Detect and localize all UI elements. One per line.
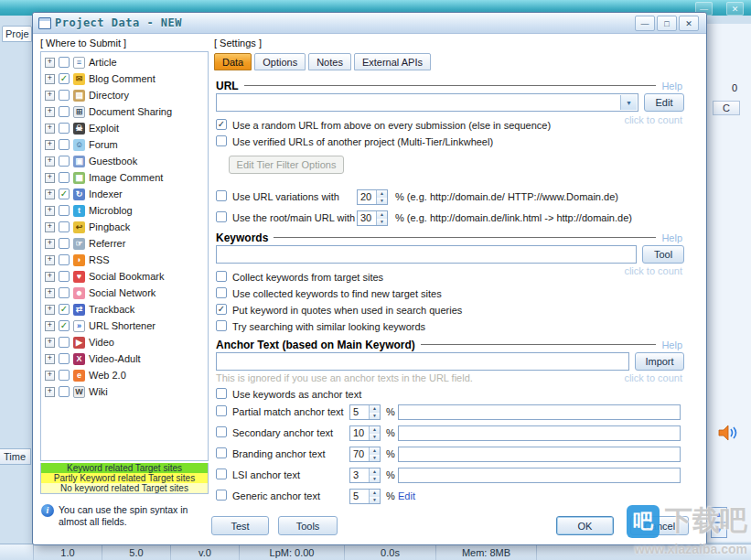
submit-item-checkbox[interactable]: ✓ <box>59 304 70 315</box>
project-tab[interactable]: Proje <box>2 26 32 42</box>
spin-down-icon[interactable]: ▼ <box>370 497 380 504</box>
submit-item-image-comment[interactable]: +▦Image Comment <box>41 169 208 186</box>
url-help-link[interactable]: Help <box>661 81 682 92</box>
lsi-anchor-text-field[interactable] <box>398 468 681 483</box>
spin-down-icon[interactable]: ▼ <box>377 219 387 226</box>
use-the-root-main-url-with-value[interactable]: 30 <box>358 211 376 225</box>
expand-icon[interactable]: + <box>45 305 55 315</box>
generic-anchor-text-checkbox[interactable] <box>216 490 227 501</box>
submit-item-checkbox[interactable] <box>59 221 70 232</box>
keywords-tool-button[interactable]: Tool <box>642 245 684 264</box>
secondary-anchor-text-checkbox[interactable] <box>216 426 227 437</box>
branding-anchor-text-value[interactable]: 70 <box>350 447 369 461</box>
partial-match-anchor-text-field[interactable] <box>398 404 681 420</box>
keywords-help-link[interactable]: Help <box>661 232 682 243</box>
spin-down-icon[interactable]: ▼ <box>377 198 387 205</box>
spin-up-icon[interactable]: ▲ <box>370 447 380 455</box>
submit-item-checkbox[interactable] <box>59 139 70 150</box>
spin-up-icon[interactable]: ▲ <box>377 190 387 198</box>
branding-anchor-text-spinner[interactable]: 70▲▼ <box>349 447 381 462</box>
put-keyword-in-quotes-checkbox[interactable]: ✓ <box>216 304 227 315</box>
test-button[interactable]: Test <box>211 516 269 535</box>
spin-down-icon[interactable]: ▼ <box>370 413 380 420</box>
submit-item-checkbox[interactable] <box>59 386 70 397</box>
url-combobox[interactable]: ▼ <box>216 93 638 112</box>
submit-item-forum[interactable]: +☺Forum <box>41 136 208 153</box>
expand-icon[interactable]: + <box>45 173 55 183</box>
submit-item-checkbox[interactable] <box>59 172 70 183</box>
secondary-anchor-text-value[interactable]: 10 <box>350 426 369 440</box>
lsi-anchor-text-value[interactable]: 3 <box>350 468 369 482</box>
submit-item-directory[interactable]: +▤Directory <box>41 87 208 103</box>
anchor-text-input[interactable] <box>216 352 629 371</box>
submit-item-trackback[interactable]: +✓⇄Trackback <box>41 301 208 318</box>
generic-anchor-text-edit-link[interactable]: Edit <box>398 490 415 501</box>
submit-item-rss[interactable]: +◗RSS <box>41 252 208 268</box>
spin-down-icon[interactable]: ▼ <box>370 455 380 462</box>
expand-icon[interactable]: + <box>45 91 55 101</box>
submit-item-video-adult[interactable]: +XVideo-Adult <box>41 350 208 367</box>
expand-icon[interactable]: + <box>45 387 55 397</box>
anchor-help-link[interactable]: Help <box>661 339 682 350</box>
submit-item-checkbox[interactable] <box>59 57 70 68</box>
use-the-root-main-url-with-checkbox[interactable] <box>216 211 227 222</box>
submit-item-guestbook[interactable]: +▣Guestbook <box>41 153 208 169</box>
use-keywords-as-anchor-checkbox[interactable] <box>216 388 227 399</box>
try-searching-with-similar-checkbox[interactable] <box>216 320 227 331</box>
submit-item-indexer[interactable]: +✓↻Indexer <box>41 186 208 202</box>
use-url-variations-with-spinner[interactable]: 20▲▼ <box>357 189 388 205</box>
expand-icon[interactable]: + <box>45 189 55 199</box>
combo-dropdown-button[interactable]: ▼ <box>620 95 637 110</box>
submit-item-checkbox[interactable] <box>59 90 70 101</box>
expand-icon[interactable]: + <box>45 338 55 348</box>
expand-icon[interactable]: + <box>45 321 55 331</box>
edit-tier-filter-button[interactable]: Edit Tier Filter Options <box>229 156 344 174</box>
expand-icon[interactable]: + <box>45 239 55 249</box>
submit-item-blog-comment[interactable]: +✓✉Blog Comment <box>41 70 208 87</box>
expand-icon[interactable]: + <box>45 255 55 265</box>
partial-match-anchor-text-value[interactable]: 5 <box>350 405 369 419</box>
submit-item-checkbox[interactable] <box>59 254 70 265</box>
partial-match-anchor-text-spinner[interactable]: 5▲▼ <box>349 404 381 420</box>
spin-up-icon[interactable]: ▲ <box>370 490 380 497</box>
ok-button[interactable]: OK <box>556 516 614 535</box>
submit-item-referrer[interactable]: +☞Referrer <box>41 235 208 252</box>
submit-item-video[interactable]: +▶Video <box>41 334 208 350</box>
use-collected-keywords-to-checkbox[interactable] <box>216 287 227 298</box>
expand-icon[interactable]: + <box>45 140 55 150</box>
submit-item-checkbox[interactable] <box>59 337 70 348</box>
generic-anchor-text-value[interactable]: 5 <box>350 490 369 503</box>
submit-item-checkbox[interactable] <box>59 271 70 282</box>
partial-match-anchor-text-checkbox[interactable] <box>216 405 227 416</box>
submit-item-pingback[interactable]: +↩Pingback <box>41 219 208 235</box>
submit-list[interactable]: +≡Article+✓✉Blog Comment+▤Directory+⊞Doc… <box>40 51 209 461</box>
expand-icon[interactable]: + <box>45 74 55 84</box>
anchor-import-button[interactable]: Import <box>635 352 684 371</box>
main-close-button[interactable]: ✕ <box>726 2 744 16</box>
generic-anchor-text-spinner[interactable]: 5▲▼ <box>349 489 381 504</box>
keywords-input[interactable] <box>216 245 637 264</box>
spin-up-icon[interactable]: ▲ <box>370 468 380 476</box>
spin-up-icon[interactable]: ▲ <box>370 426 380 434</box>
submit-item-social-network[interactable]: +☻Social Network <box>41 285 208 301</box>
secondary-anchor-text-spinner[interactable]: 10▲▼ <box>349 425 381 441</box>
submit-item-checkbox[interactable] <box>59 106 70 117</box>
expand-icon[interactable]: + <box>45 272 55 282</box>
submit-item-checkbox[interactable] <box>59 123 70 134</box>
expand-icon[interactable]: + <box>45 124 55 134</box>
spin-up-icon[interactable]: ▲ <box>370 405 380 413</box>
secondary-anchor-text-field[interactable] <box>398 425 681 441</box>
submit-item-checkbox[interactable] <box>59 156 70 167</box>
spin-down-icon[interactable]: ▼ <box>370 476 380 483</box>
expand-icon[interactable]: + <box>45 288 55 298</box>
branding-anchor-text-field[interactable] <box>398 447 681 462</box>
submit-item-checkbox[interactable] <box>59 353 70 364</box>
use-a-random-url-checkbox[interactable]: ✓ <box>216 119 227 130</box>
use-url-variations-with-value[interactable]: 20 <box>358 190 376 204</box>
spin-up-icon[interactable]: ▲ <box>377 211 387 219</box>
submit-item-checkbox[interactable] <box>59 238 70 249</box>
expand-icon[interactable]: + <box>45 354 55 364</box>
expand-icon[interactable]: + <box>45 371 55 381</box>
submit-item-checkbox[interactable]: ✓ <box>59 320 70 331</box>
submit-item-checkbox[interactable] <box>59 287 70 298</box>
